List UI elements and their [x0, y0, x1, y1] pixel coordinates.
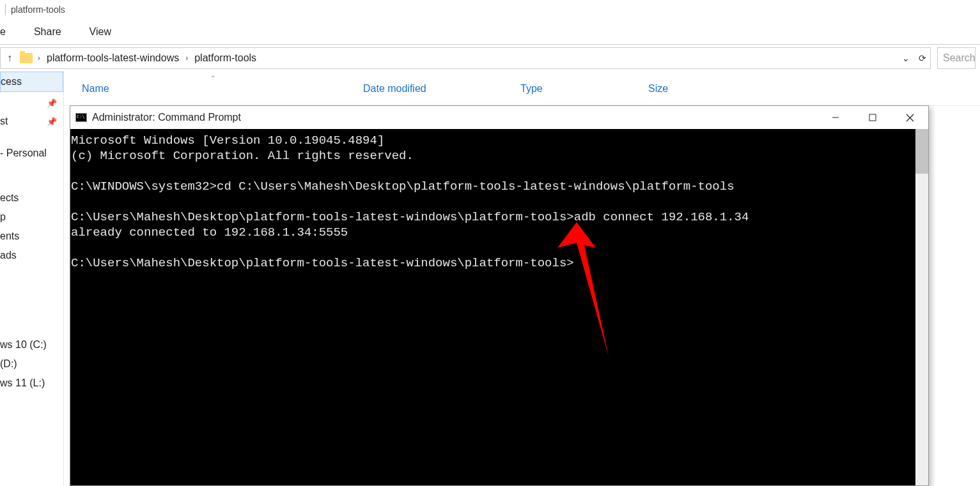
nav-item-personal[interactable]: - Personal [0, 144, 63, 163]
chevron-down-icon[interactable]: ⌄ [902, 53, 910, 63]
command-prompt-window: Administrator: Command Prompt Microsoft … [70, 105, 929, 486]
window-title: platform-tools [11, 4, 65, 15]
sort-indicator-icon: ⌃ [210, 74, 216, 83]
column-size[interactable]: Size [648, 83, 731, 95]
address-bar[interactable]: ↑ › platform-tools-latest-windows › plat… [0, 47, 931, 69]
nav-item-drive-c[interactable]: ws 10 (C:) [0, 335, 63, 354]
cmd-window-title: Administrator: Command Prompt [92, 112, 241, 123]
pin-icon: 📌 [47, 98, 57, 108]
title-separator [5, 4, 6, 15]
nav-item-ents[interactable]: ents [0, 227, 63, 246]
breadcrumb-parent[interactable]: platform-tools-latest-windows [47, 52, 179, 64]
nav-item-ads[interactable]: ads [0, 246, 63, 265]
chevron-right-icon[interactable]: › [38, 54, 40, 63]
cmd-title-bar[interactable]: Administrator: Command Prompt [70, 106, 928, 129]
column-date-modified[interactable]: Date modified [363, 83, 520, 95]
pin-icon: 📌 [47, 117, 57, 126]
close-icon [906, 114, 914, 122]
chevron-right-icon[interactable]: › [185, 54, 188, 63]
nav-item-st[interactable]: st📌 [0, 112, 63, 131]
column-name[interactable]: Name ⌃ [82, 83, 363, 95]
nav-item-ects[interactable]: ects [0, 188, 63, 208]
up-arrow-icon[interactable]: ↑ [4, 52, 15, 64]
nav-pane: cess 📌 st📌 - Personal ects p ents ads ws… [0, 72, 64, 486]
address-row: ↑ › platform-tools-latest-windows › plat… [0, 45, 980, 72]
nav-item-quick-access[interactable]: cess [0, 72, 63, 92]
nav-item-drive-l[interactable]: ws 11 (L:) [0, 374, 63, 393]
maximize-button[interactable] [854, 106, 891, 129]
search-placeholder: Search [943, 52, 976, 64]
column-headers: Name ⌃ Date modified Type Size [64, 72, 980, 106]
ribbon-tab-home[interactable]: e [0, 26, 6, 38]
cmd-icon [75, 113, 87, 122]
nav-item-drive-d[interactable]: (D:) [0, 354, 63, 374]
column-type[interactable]: Type [520, 83, 648, 95]
cmd-scrollbar[interactable] [915, 129, 928, 485]
maximize-icon [869, 114, 876, 121]
ribbon-tabs: e Share View [0, 19, 980, 45]
minimize-icon [832, 114, 839, 121]
ribbon-tab-share[interactable]: Share [34, 26, 61, 38]
breadcrumb-current[interactable]: platform-tools [194, 52, 256, 64]
cmd-output[interactable]: Microsoft Windows [Version 10.0.19045.48… [70, 129, 915, 485]
scrollbar-thumb[interactable] [915, 129, 928, 174]
close-button[interactable] [891, 106, 928, 129]
nav-item-pinned[interactable]: 📌 [0, 95, 63, 112]
ribbon-tab-view[interactable]: View [89, 26, 111, 38]
search-input[interactable]: Search [937, 47, 976, 69]
svg-rect-1 [869, 114, 876, 121]
refresh-icon[interactable]: ⟳ [919, 53, 926, 63]
folder-icon [20, 53, 33, 63]
explorer-title-bar: platform-tools [0, 0, 980, 19]
minimize-button[interactable] [817, 106, 854, 129]
nav-item-p[interactable]: p [0, 208, 63, 227]
